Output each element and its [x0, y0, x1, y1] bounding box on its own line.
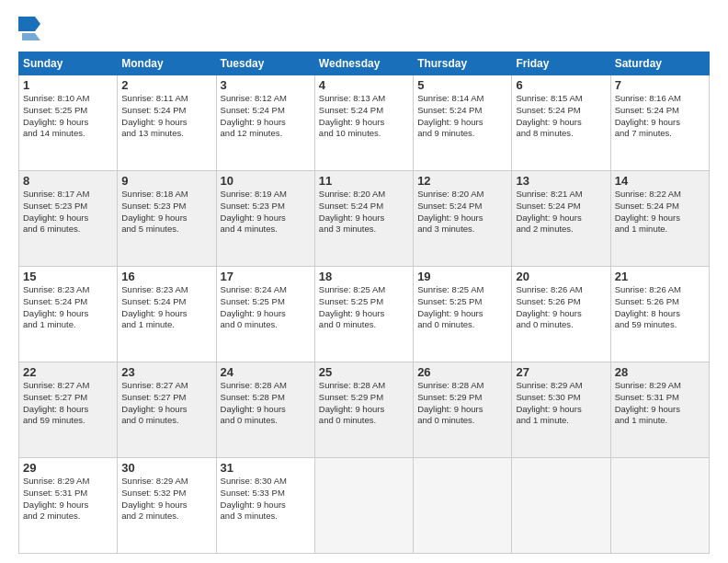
day-number: 27 — [516, 365, 606, 379]
day-number: 2 — [121, 78, 211, 92]
calendar-day: 30Sunrise: 8:29 AMSunset: 5:32 PMDayligh… — [118, 458, 216, 554]
day-info: Sunrise: 8:26 AMSunset: 5:26 PMDaylight:… — [615, 284, 705, 331]
day-number: 9 — [121, 174, 211, 188]
day-number: 3 — [221, 78, 311, 92]
day-number: 17 — [221, 270, 311, 283]
calendar-day: 1Sunrise: 8:10 AMSunset: 5:25 PMDaylight… — [19, 75, 118, 171]
day-info: Sunrise: 8:23 AMSunset: 5:24 PMDaylight:… — [121, 284, 211, 331]
calendar-body: 1Sunrise: 8:10 AMSunset: 5:25 PMDaylight… — [19, 75, 710, 554]
day-info: Sunrise: 8:10 AMSunset: 5:25 PMDaylight:… — [23, 93, 113, 140]
calendar-day: 12Sunrise: 8:20 AMSunset: 5:24 PMDayligh… — [414, 171, 512, 267]
calendar-day: 7Sunrise: 8:16 AMSunset: 5:24 PMDaylight… — [610, 75, 709, 171]
day-number: 25 — [319, 365, 409, 379]
th-sunday: Sunday — [19, 52, 118, 75]
calendar-day: 11Sunrise: 8:20 AMSunset: 5:24 PMDayligh… — [314, 171, 413, 267]
calendar-day: 10Sunrise: 8:19 AMSunset: 5:23 PMDayligh… — [216, 171, 314, 267]
weekday-row: Sunday Monday Tuesday Wednesday Thursday… — [19, 52, 710, 75]
calendar-day: 2Sunrise: 8:11 AMSunset: 5:24 PMDaylight… — [118, 75, 216, 171]
calendar-day: 4Sunrise: 8:13 AMSunset: 5:24 PMDaylight… — [314, 75, 413, 171]
day-number: 23 — [121, 365, 211, 379]
day-info: Sunrise: 8:11 AMSunset: 5:24 PMDaylight:… — [121, 93, 211, 140]
calendar-day: 15Sunrise: 8:23 AMSunset: 5:24 PMDayligh… — [19, 267, 118, 362]
day-info: Sunrise: 8:20 AMSunset: 5:24 PMDaylight:… — [319, 189, 409, 236]
calendar-week-row: 1Sunrise: 8:10 AMSunset: 5:25 PMDaylight… — [19, 75, 710, 171]
day-info: Sunrise: 8:24 AMSunset: 5:25 PMDaylight:… — [221, 284, 311, 331]
calendar-header: Sunday Monday Tuesday Wednesday Thursday… — [19, 52, 710, 75]
day-info: Sunrise: 8:19 AMSunset: 5:23 PMDaylight:… — [221, 189, 311, 236]
day-number: 14 — [615, 174, 705, 188]
day-number: 15 — [23, 270, 113, 283]
svg-marker-1 — [22, 33, 40, 40]
calendar-day — [414, 458, 512, 554]
day-info: Sunrise: 8:15 AMSunset: 5:24 PMDaylight:… — [516, 93, 606, 140]
calendar-day: 24Sunrise: 8:28 AMSunset: 5:28 PMDayligh… — [216, 362, 314, 458]
day-info: Sunrise: 8:22 AMSunset: 5:24 PMDaylight:… — [615, 189, 705, 236]
calendar-day — [314, 458, 413, 554]
calendar-week-row: 8Sunrise: 8:17 AMSunset: 5:23 PMDaylight… — [19, 171, 710, 267]
day-number: 5 — [417, 78, 507, 92]
day-number: 10 — [221, 174, 311, 188]
logo — [18, 17, 44, 44]
day-info: Sunrise: 8:25 AMSunset: 5:25 PMDaylight:… — [319, 284, 409, 331]
day-info: Sunrise: 8:23 AMSunset: 5:24 PMDaylight:… — [23, 284, 113, 331]
day-number: 4 — [319, 78, 409, 92]
calendar-day: 17Sunrise: 8:24 AMSunset: 5:25 PMDayligh… — [216, 267, 314, 362]
calendar-day: 5Sunrise: 8:14 AMSunset: 5:24 PMDaylight… — [414, 75, 512, 171]
header — [18, 17, 710, 44]
calendar-day: 14Sunrise: 8:22 AMSunset: 5:24 PMDayligh… — [610, 171, 709, 267]
day-number: 18 — [319, 270, 409, 283]
day-number: 8 — [23, 174, 113, 188]
day-number: 28 — [615, 365, 705, 379]
calendar-day: 9Sunrise: 8:18 AMSunset: 5:23 PMDaylight… — [118, 171, 216, 267]
day-number: 26 — [417, 365, 507, 379]
day-info: Sunrise: 8:27 AMSunset: 5:27 PMDaylight:… — [23, 380, 113, 427]
calendar-day: 23Sunrise: 8:27 AMSunset: 5:27 PMDayligh… — [118, 362, 216, 458]
calendar-day — [610, 458, 709, 554]
calendar-day: 13Sunrise: 8:21 AMSunset: 5:24 PMDayligh… — [512, 171, 610, 267]
day-info: Sunrise: 8:18 AMSunset: 5:23 PMDaylight:… — [121, 189, 211, 236]
calendar-day: 8Sunrise: 8:17 AMSunset: 5:23 PMDaylight… — [19, 171, 118, 267]
day-info: Sunrise: 8:28 AMSunset: 5:29 PMDaylight:… — [319, 380, 409, 427]
day-number: 30 — [121, 461, 211, 475]
th-monday: Monday — [118, 52, 216, 75]
day-number: 16 — [121, 270, 211, 283]
day-info: Sunrise: 8:21 AMSunset: 5:24 PMDaylight:… — [516, 189, 606, 236]
day-number: 6 — [516, 78, 606, 92]
logo-icon — [18, 17, 40, 44]
th-friday: Friday — [512, 52, 610, 75]
calendar-day: 29Sunrise: 8:29 AMSunset: 5:31 PMDayligh… — [19, 458, 118, 554]
day-info: Sunrise: 8:28 AMSunset: 5:29 PMDaylight:… — [417, 380, 507, 427]
day-info: Sunrise: 8:25 AMSunset: 5:25 PMDaylight:… — [417, 284, 507, 331]
calendar-day: 20Sunrise: 8:26 AMSunset: 5:26 PMDayligh… — [512, 267, 610, 362]
day-info: Sunrise: 8:20 AMSunset: 5:24 PMDaylight:… — [417, 189, 507, 236]
calendar-week-row: 29Sunrise: 8:29 AMSunset: 5:31 PMDayligh… — [19, 458, 710, 554]
svg-marker-0 — [18, 17, 40, 31]
calendar-day: 25Sunrise: 8:28 AMSunset: 5:29 PMDayligh… — [314, 362, 413, 458]
day-info: Sunrise: 8:29 AMSunset: 5:31 PMDaylight:… — [615, 380, 705, 427]
day-number: 29 — [23, 461, 113, 475]
day-number: 24 — [221, 365, 311, 379]
day-info: Sunrise: 8:17 AMSunset: 5:23 PMDaylight:… — [23, 189, 113, 236]
day-number: 19 — [417, 270, 507, 283]
day-number: 22 — [23, 365, 113, 379]
day-info: Sunrise: 8:12 AMSunset: 5:24 PMDaylight:… — [221, 93, 311, 140]
day-number: 7 — [615, 78, 705, 92]
day-number: 11 — [319, 174, 409, 188]
th-saturday: Saturday — [610, 52, 709, 75]
day-info: Sunrise: 8:27 AMSunset: 5:27 PMDaylight:… — [121, 380, 211, 427]
day-info: Sunrise: 8:30 AMSunset: 5:33 PMDaylight:… — [221, 476, 311, 523]
day-number: 31 — [221, 461, 311, 475]
day-number: 13 — [516, 174, 606, 188]
day-info: Sunrise: 8:29 AMSunset: 5:32 PMDaylight:… — [121, 476, 211, 523]
day-number: 21 — [615, 270, 705, 283]
calendar-day: 28Sunrise: 8:29 AMSunset: 5:31 PMDayligh… — [610, 362, 709, 458]
calendar-day: 27Sunrise: 8:29 AMSunset: 5:30 PMDayligh… — [512, 362, 610, 458]
day-number: 12 — [417, 174, 507, 188]
day-info: Sunrise: 8:16 AMSunset: 5:24 PMDaylight:… — [615, 93, 705, 140]
th-tuesday: Tuesday — [216, 52, 314, 75]
calendar-day: 6Sunrise: 8:15 AMSunset: 5:24 PMDaylight… — [512, 75, 610, 171]
calendar-day: 31Sunrise: 8:30 AMSunset: 5:33 PMDayligh… — [216, 458, 314, 554]
th-wednesday: Wednesday — [314, 52, 413, 75]
calendar-day: 21Sunrise: 8:26 AMSunset: 5:26 PMDayligh… — [610, 267, 709, 362]
th-thursday: Thursday — [414, 52, 512, 75]
